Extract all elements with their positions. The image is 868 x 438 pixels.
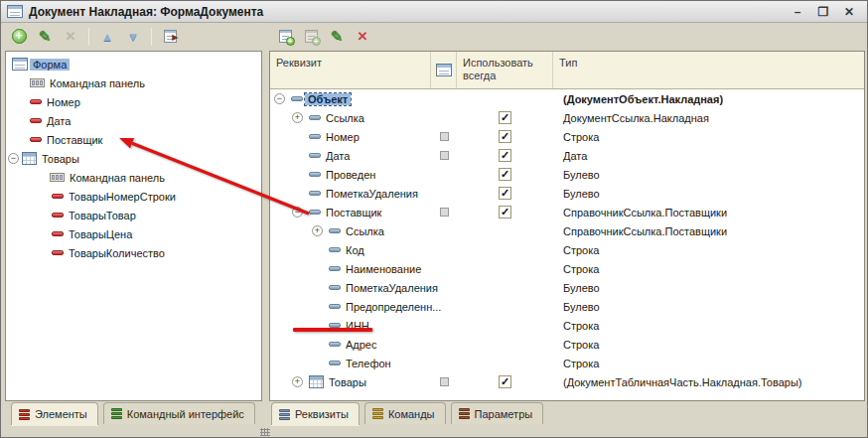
attribute-row-дата[interactable]: Дата✓Дата [270,146,864,165]
form-linked-indicator [440,132,449,141]
layers-icon [372,407,383,420]
tree-item-label: ТоварыНомерСтроки [69,191,176,203]
tree-item-форма[interactable]: Форма [6,55,261,73]
layers-icon [279,408,290,421]
attribute-label: Ссылка [326,112,364,124]
expand-icon[interactable]: + [312,225,323,236]
form-preview-icon: ▶ [164,30,177,43]
tree-item-label: Форма [30,59,70,71]
left-tab-bar: ЭлементыКомандный интерфейс [11,402,255,425]
elements-delete-button[interactable]: ✕ [61,27,80,47]
attribute-row-товары[interactable]: +Товары✓(ДокументТабличнаяЧасть.Накладна… [270,372,864,391]
tree-item-товарыколичество[interactable]: ТоварыКоличество [6,243,261,262]
attribute-row-телефон[interactable]: ТелефонСтрока [270,354,864,372]
tree-item-номер[interactable]: Номер [6,92,261,111]
attribute-type: СправочникСсылка.Поставщики [558,221,727,240]
layers-icon [19,408,30,421]
use-always-checkbox[interactable]: ✓ [499,206,511,219]
attribute-row-предопределенн...[interactable]: Предопределенн...Булево [270,297,864,316]
attribute-label: Объект [305,93,351,105]
attribute-dash-icon [329,323,341,328]
attributes-add-attribute-button[interactable]: + [275,27,295,47]
expand-icon[interactable]: + [292,376,303,387]
attribute-label: Код [346,244,364,256]
elements-move-down-button[interactable]: ▼ [123,27,143,47]
tab-командный-интерфейс[interactable]: Командный интерфейс [103,402,255,424]
x-icon: ✕ [358,29,368,44]
attribute-row-пометкаудаления[interactable]: ПометкаУдаления✓Булево [270,184,864,203]
use-always-checkbox[interactable]: ✓ [499,375,511,388]
elements-add-button[interactable]: + [9,27,29,47]
collapse-icon[interactable]: − [8,153,19,164]
elements-move-up-button[interactable]: ▲ [97,27,117,47]
minimize-button[interactable]: – [790,4,805,20]
tab-label: Команды [388,408,435,420]
attribute-row-наименование[interactable]: НаименованиеСтрока [270,259,864,278]
expand-icon[interactable]: + [292,112,303,123]
use-always-checkbox[interactable]: ✓ [499,168,511,181]
use-always-checkbox[interactable]: ✓ [499,149,511,162]
attribute-row-ссылка[interactable]: +СсылкаСправочникСсылка.Поставщики [270,221,864,240]
tree-item-командная панель[interactable]: Командная панель [6,73,261,92]
column-header-use-always[interactable]: Использовать всегда [457,52,553,88]
attribute-row-проведен[interactable]: Проведен✓Булево [270,165,864,184]
tree-item-товарыцена[interactable]: ТоварыЦена [6,224,261,243]
attribute-row-код[interactable]: КодСтрока [270,240,864,259]
attributes-edit-button[interactable]: ✎ [327,27,347,47]
layers-icon [459,407,470,420]
attribute-label: Наименование [346,263,421,275]
tab-элементы[interactable]: Элементы [11,402,98,425]
attributes-copy-attribute-button[interactable]: + [301,27,321,47]
dash-red-icon [30,118,42,123]
form-linked-indicator [440,377,449,386]
elements-tree-panel: ФормаКомандная панельНомерДатаПоставщик−… [5,51,262,401]
use-always-checkbox[interactable]: ✓ [499,111,511,124]
toolbar-separator [151,28,152,46]
tab-реквизиты[interactable]: Реквизиты [271,402,360,425]
attributes-delete-button[interactable]: ✕ [353,27,372,47]
dash-red-icon [30,137,42,142]
panel-splitter[interactable] [262,51,269,401]
attribute-label: Адрес [346,339,377,351]
close-button[interactable]: ✕ [841,4,857,20]
tree-item-товарытовар[interactable]: ТоварыТовар [6,206,261,224]
tab-параметры[interactable]: Параметры [451,402,544,424]
tree-item-label: Товары [42,153,79,165]
attribute-label: ПометкаУдаления [346,282,438,294]
tree-item-товарыномерстроки[interactable]: ТоварыНомерСтроки [6,187,261,206]
collapse-icon[interactable]: − [292,207,303,218]
elements-check-form-button[interactable]: ▶ [160,27,180,47]
attribute-dash-icon [329,266,341,271]
tree-item-дата[interactable]: Дата [6,111,261,130]
elements-edit-button[interactable]: ✎ [35,27,55,47]
column-header-form-element[interactable] [431,52,457,88]
tree-item-товары[interactable]: −Товары [6,149,261,168]
column-header-attribute[interactable]: Реквизит [270,52,431,88]
splitter-grip[interactable] [260,428,270,436]
tree-item-label: ТоварыЦена [69,228,132,240]
attribute-row-адрес[interactable]: АдресСтрока [270,335,864,354]
attribute-row-ссылка[interactable]: +Ссылка✓ДокументСсылка.Накладная [270,108,864,127]
elements-toolbar: +✎✕▲▼▶ [5,23,184,50]
attribute-row-поставщик[interactable]: −Поставщик✓СправочникСсылка.Поставщики [270,203,864,221]
maximize-button[interactable]: ❐ [815,4,831,20]
tree-item-командная панель[interactable]: Командная панель [6,168,261,187]
attribute-type: Строка [558,335,599,354]
tree-item-label: Дата [47,115,71,127]
attribute-dash-icon [309,134,321,139]
use-always-checkbox[interactable]: ✓ [499,187,511,200]
attribute-row-инн[interactable]: ИННСтрока [270,316,864,335]
attribute-row-пометкаудаления[interactable]: ПометкаУдаленияБулево [270,278,864,297]
attribute-row-объект[interactable]: −Объект(ДокументОбъект.Накладная) [270,89,864,108]
form-element-column-icon [436,64,452,76]
dash-red-icon [52,213,64,218]
tab-команды[interactable]: Команды [364,402,446,424]
collapse-icon[interactable]: − [274,93,285,104]
use-always-checkbox[interactable]: ✓ [499,130,511,143]
tree-item-поставщик[interactable]: Поставщик [6,130,261,149]
tree-item-label: ТоварыТовар [69,210,136,221]
attribute-row-номер[interactable]: Номер✓Строка [270,127,864,146]
attribute-label: Проведен [326,169,375,181]
tab-label: Реквизиты [295,408,349,420]
column-header-type[interactable]: Тип [553,52,864,88]
